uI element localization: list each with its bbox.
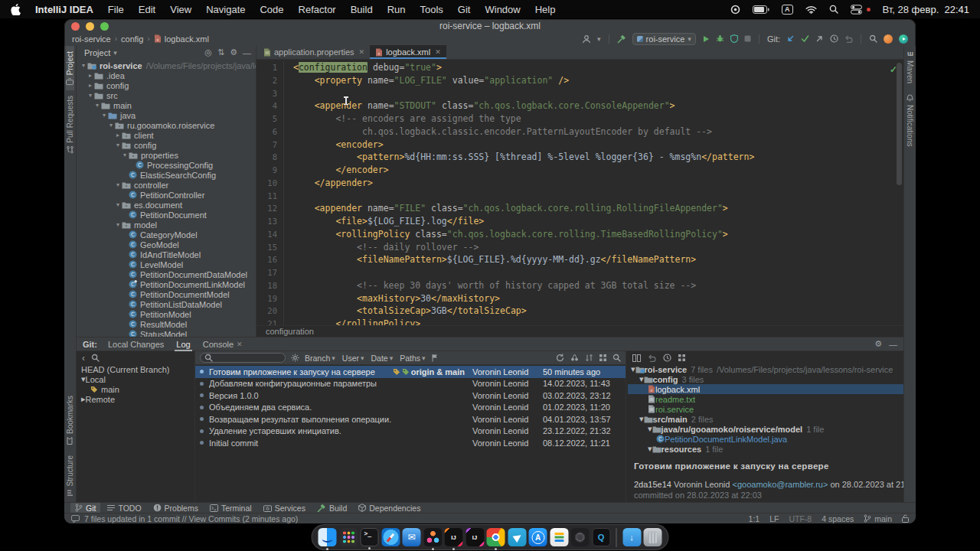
branch-item-remote[interactable]: ▸Remote: [77, 394, 194, 404]
dock-app-safari[interactable]: [381, 528, 400, 546]
highlight-flag-icon[interactable]: [431, 354, 439, 362]
tab-close-icon[interactable]: ✕: [237, 341, 243, 348]
tree-chevron-icon[interactable]: ▾: [80, 62, 87, 69]
tree-chevron-icon[interactable]: ▾: [87, 92, 94, 99]
project-tree-item-config[interactable]: ▸config: [77, 80, 256, 90]
editor-tab-logback.xml[interactable]: xlogback.xml✕: [370, 45, 446, 59]
changed-file-config[interactable]: ▾config3 files: [628, 374, 903, 384]
tool-stripe-bookmarks[interactable]: Bookmarks: [66, 390, 74, 450]
filter-date[interactable]: Date▾: [371, 354, 394, 363]
git-branch-widget[interactable]: main: [864, 514, 892, 523]
control-center-icon[interactable]: [851, 5, 862, 15]
event-log-balloon-icon[interactable]: [71, 515, 80, 523]
tree-chevron-icon[interactable]: ▸: [114, 132, 122, 139]
editor-scrollbar[interactable]: [897, 63, 902, 185]
project-tree-item-model[interactable]: ▾model: [77, 220, 256, 230]
tool-stripe-notifications[interactable]: Notifications: [906, 89, 914, 152]
cherry-pick-icon[interactable]: [570, 354, 579, 362]
menu-item-code[interactable]: Code: [260, 4, 283, 15]
locate-file-icon[interactable]: ◎: [204, 47, 212, 57]
code-with-me-icon[interactable]: [899, 34, 908, 44]
dock-app-stacks[interactable]: [550, 528, 568, 546]
branch-item-head-current-branch-[interactable]: HEAD (Current Branch): [77, 364, 194, 374]
tool-stripe-structure[interactable]: Structure: [66, 450, 74, 502]
search-icon[interactable]: [612, 354, 621, 362]
window-title-bar[interactable]: roi-service – logback.xml: [64, 19, 916, 33]
filter-user[interactable]: User▾: [342, 354, 364, 363]
project-tree-item-ru.gooamoko.roiservice[interactable]: ▾ru.gooamoko.roiservice: [77, 120, 256, 130]
git-tab-local-changes[interactable]: Local Changes: [106, 337, 165, 351]
commit-search-input[interactable]: [200, 353, 286, 363]
git-commit-button[interactable]: [801, 34, 809, 43]
battery-icon[interactable]: [753, 5, 769, 14]
tree-chevron-icon[interactable]: ▾: [114, 181, 122, 188]
commit-row[interactable]: Возвращаем результат выполнения операции…: [195, 413, 626, 425]
menu-item-intellij-idea[interactable]: IntelliJ IDEA: [35, 4, 93, 15]
project-tree-item-PetitionListDataModel[interactable]: CPetitionListDataModel: [77, 299, 256, 309]
changed-file-roi.service[interactable]: roi.service: [628, 404, 903, 414]
editor-tab-application.properties[interactable]: application.properties✕: [258, 45, 370, 59]
tool-window-button-services[interactable]: Services: [259, 503, 310, 514]
breadcrumb-item-config[interactable]: config: [121, 34, 143, 44]
project-tree-item-PetitionModel[interactable]: CPetitionModel: [77, 309, 256, 319]
menu-item-file[interactable]: File: [108, 4, 124, 15]
project-tree-item-main[interactable]: ▾main: [77, 100, 256, 110]
project-view-select[interactable]: Project ▾: [81, 48, 117, 57]
project-tree-item-ResultModel[interactable]: CResultModel: [77, 319, 256, 329]
git-tab-console[interactable]: Console✕: [201, 337, 244, 351]
branch-item-main[interactable]: main: [77, 384, 194, 394]
sort-icon[interactable]: [585, 354, 593, 362]
status-message[interactable]: 7 files updated in 1 commit // View Comm…: [84, 514, 298, 523]
project-tree-item-ProcessingConfig[interactable]: CProcessingConfig: [77, 160, 256, 170]
changed-file-readme.txt[interactable]: readme.txt: [628, 394, 903, 404]
search-everywhere-icon[interactable]: [869, 34, 877, 43]
breadcrumb-item-roi-service[interactable]: roi-service: [72, 34, 111, 44]
project-tree-item-es.document[interactable]: ▾es.document: [77, 200, 256, 210]
branch-item-local[interactable]: ▾Local: [77, 374, 194, 384]
build-hammer-icon[interactable]: [617, 34, 626, 44]
dock-app-intellij-idea-ce[interactable]: [466, 528, 484, 546]
commit-hash[interactable]: 2da15e14: [634, 480, 671, 489]
group-by-icon[interactable]: [678, 354, 685, 361]
dock-app-app-store[interactable]: [529, 528, 547, 546]
tree-chevron-icon[interactable]: ▸: [87, 72, 94, 79]
debug-button[interactable]: [716, 34, 724, 43]
project-tree-item-config[interactable]: ▾config: [77, 140, 256, 150]
menu-item-navigate[interactable]: Navigate: [206, 4, 245, 15]
git-rollback-button[interactable]: [844, 34, 853, 43]
tree-chevron-icon[interactable]: ▾: [114, 142, 122, 148]
changed-file-resources[interactable]: ▾resources1 file: [628, 444, 903, 454]
menu-item-build[interactable]: Build: [351, 4, 373, 15]
project-tree-item-PetitionDocumentDataModel[interactable]: CPetitionDocumentDataModel: [77, 269, 256, 279]
refresh-icon[interactable]: [556, 354, 564, 362]
breadcrumb-item-logback.xml[interactable]: xlogback.xml: [154, 34, 209, 44]
profile-icon[interactable]: [582, 34, 591, 44]
file-encoding[interactable]: UTF-8: [789, 514, 812, 523]
tree-chevron-icon[interactable]: ▾: [100, 112, 108, 119]
tree-chevron-icon[interactable]: ▾: [114, 221, 122, 228]
commit-author-email[interactable]: <gooamoko@rambler.ru>: [732, 480, 828, 489]
settings-gear-icon[interactable]: ⚙: [230, 47, 237, 57]
tool-window-button-todo[interactable]: TODO: [103, 503, 145, 514]
git-history-button[interactable]: [830, 34, 838, 43]
project-tree-item-LevelModel[interactable]: CLevelModel: [77, 259, 256, 269]
dock-app-finder[interactable]: [318, 528, 337, 546]
commit-row[interactable]: Версия 1.0.0Voronin Leonid03.02.2023, 23…: [195, 390, 626, 402]
project-tree-item-src[interactable]: ▾src: [77, 90, 256, 100]
dock-app-system-settings[interactable]: [571, 528, 590, 546]
menu-item-tools[interactable]: Tools: [420, 4, 443, 15]
hide-panel-icon[interactable]: —: [243, 48, 251, 57]
menu-item-view[interactable]: View: [170, 4, 191, 15]
search-icon[interactable]: [91, 354, 100, 362]
dock-app-trash[interactable]: [644, 528, 662, 546]
menu-item-git[interactable]: Git: [458, 4, 471, 15]
project-tree-item-CategoryModel[interactable]: CCategoryModel: [77, 230, 256, 240]
filter-branch[interactable]: Branch▾: [305, 354, 335, 363]
changed-file-PetitionDocumentLinkModel.java[interactable]: CPetitionDocumentLinkModel.java: [628, 434, 903, 444]
project-tree-item-PetitionController[interactable]: CPetitionController: [77, 190, 256, 200]
run-button[interactable]: [702, 35, 710, 43]
menu-item-help[interactable]: Help: [535, 4, 556, 15]
project-tree-item-PetitionDocument[interactable]: CPetitionDocument: [77, 210, 256, 220]
filter-gear-icon[interactable]: [291, 354, 299, 362]
editor-breadcrumb[interactable]: configuration: [256, 325, 903, 337]
